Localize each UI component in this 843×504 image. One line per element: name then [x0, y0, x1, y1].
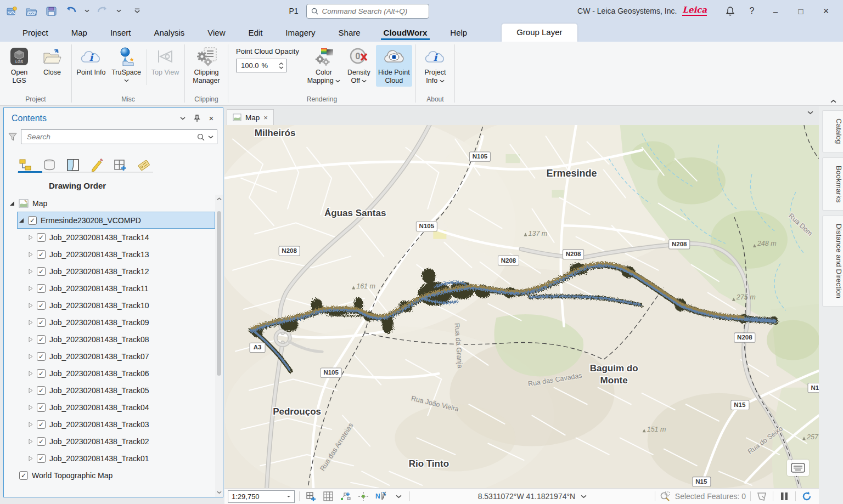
refresh-icon[interactable] [800, 490, 813, 502]
map-view-tab[interactable]: Map × [227, 109, 274, 125]
tab-distance-and-direction[interactable]: Distance and Direction [822, 216, 843, 307]
redo-dropdown-icon[interactable] [115, 5, 122, 16]
track-checkbox[interactable]: ✓ [37, 233, 46, 242]
tree-row-track[interactable]: ✓Job_202302081438_Track12 [4, 263, 215, 280]
track-checkbox[interactable]: ✓ [37, 420, 46, 429]
tab-imagery[interactable]: Imagery [274, 24, 327, 42]
tab-view[interactable]: View [196, 24, 237, 42]
tab-share[interactable]: Share [327, 24, 372, 42]
command-search-input[interactable] [322, 7, 424, 15]
scroll-up-icon[interactable] [217, 195, 222, 203]
track-checkbox[interactable]: ✓ [37, 284, 46, 293]
tab-cloudworx[interactable]: CloudWorx [372, 24, 439, 42]
grid-icon[interactable] [322, 490, 335, 502]
north-arrow-icon[interactable]: N [374, 490, 387, 502]
open-project-icon[interactable] [24, 4, 38, 18]
tree-row-track[interactable]: ✓Job_202302081438_Track11 [4, 280, 215, 297]
collapsed-icon[interactable] [29, 269, 33, 274]
spin-up-icon[interactable] [279, 63, 284, 65]
search-options-chevron-icon[interactable] [208, 135, 213, 139]
tree-row-track[interactable]: ✓Job_202302081438_Track08 [4, 331, 215, 348]
tab-list-chevron-icon[interactable] [807, 111, 813, 115]
save-project-icon[interactable] [44, 4, 58, 18]
tree-row-track[interactable]: ✓Job_202302081438_Track10 [4, 297, 215, 314]
layer-checkbox[interactable]: ✓ [28, 216, 37, 225]
close-button[interactable]: × [813, 2, 839, 20]
group-label-about[interactable]: About [416, 95, 454, 105]
view-selection-icon[interactable] [65, 157, 81, 173]
tab-bookmarks[interactable]: Bookmarks [822, 157, 843, 211]
collapsed-icon[interactable] [29, 252, 33, 257]
view-standalone-tables-icon[interactable] [113, 157, 128, 173]
tree-row-track[interactable]: ✓Job_202302081438_Track14 [4, 229, 215, 246]
track-checkbox[interactable]: ✓ [37, 386, 46, 395]
select-by-polygon-icon[interactable] [755, 490, 768, 502]
tree-row-track[interactable]: ✓Job_202302081438_Track03 [4, 416, 215, 433]
track-checkbox[interactable]: ✓ [37, 454, 46, 463]
open-lgs-button[interactable]: LGS Open LGS [3, 45, 35, 87]
top-view-button[interactable]: Top View [149, 45, 181, 78]
basemap-checkbox[interactable]: ✓ [19, 471, 28, 480]
tab-project[interactable]: Project [11, 24, 60, 42]
density-off-button[interactable]: 0 Density Off [343, 45, 375, 87]
view-editing-icon[interactable] [89, 157, 104, 173]
tab-catalog[interactable]: Catalog [822, 110, 843, 152]
pane-menu-chevron-icon[interactable] [176, 112, 190, 125]
tab-map[interactable]: Map [60, 24, 99, 42]
point-info-button[interactable]: i Point Info [75, 45, 107, 78]
group-label-project[interactable]: Project [0, 95, 71, 105]
track-checkbox[interactable]: ✓ [37, 301, 46, 310]
minimize-button[interactable]: – [763, 2, 788, 20]
tab-analysis[interactable]: Analysis [142, 24, 196, 42]
tab-group-layer[interactable]: Group Layer [502, 24, 577, 42]
scroll-down-icon[interactable] [217, 488, 222, 497]
track-checkbox[interactable]: ✓ [37, 267, 46, 276]
tree-row-track[interactable]: ✓Job_202302081438_Track06 [4, 365, 215, 382]
collapsed-icon[interactable] [29, 320, 33, 325]
close-pane-icon[interactable]: × [204, 112, 218, 125]
contents-search[interactable] [21, 129, 217, 144]
scrollbar-thumb[interactable] [217, 211, 221, 376]
close-map-tab-icon[interactable]: × [263, 114, 268, 122]
track-checkbox[interactable]: ✓ [37, 318, 46, 327]
collapsed-icon[interactable] [29, 371, 33, 376]
close-lgs-button[interactable]: Close [36, 45, 68, 78]
new-project-icon[interactable] [4, 4, 19, 18]
collapsed-icon[interactable] [29, 235, 33, 240]
track-checkbox[interactable]: ✓ [37, 369, 46, 378]
collapsed-icon[interactable] [29, 456, 33, 461]
coordinates-chevron-icon[interactable] [581, 495, 587, 499]
color-mapping-button[interactable]: Color Mapping [306, 45, 342, 87]
view-data-source-icon[interactable] [42, 157, 57, 173]
tree-row-layer-selected[interactable]: ✓ Ermesinde230208_VCOMPD [17, 212, 215, 229]
spin-down-icon[interactable] [279, 66, 284, 69]
keyboard-shortcuts-button[interactable] [787, 460, 809, 476]
new-map-grid-icon[interactable] [304, 490, 317, 502]
view-drawing-order-icon[interactable] [18, 157, 33, 173]
contents-search-input[interactable] [27, 133, 194, 141]
tree-row-track[interactable]: ✓Job_202302081438_Track07 [4, 348, 215, 365]
expanded-icon[interactable] [19, 218, 24, 223]
help-icon[interactable]: ? [741, 3, 763, 19]
collapsed-icon[interactable] [29, 337, 33, 342]
track-checkbox[interactable]: ✓ [37, 352, 46, 361]
view-labeling-icon[interactable] [136, 157, 151, 173]
notifications-bell-icon[interactable] [719, 3, 741, 19]
collapsed-icon[interactable] [29, 286, 33, 291]
tree-row-track[interactable]: ✓Job_202302081438_Track09 [4, 314, 215, 331]
map-canvas[interactable]: 137 m 161 m 248 m 275 m 151 m 257 m [224, 125, 819, 488]
track-checkbox[interactable]: ✓ [37, 437, 46, 446]
redo-icon[interactable] [95, 4, 110, 18]
track-checkbox[interactable]: ✓ [37, 250, 46, 259]
edit-vertices-icon[interactable] [339, 490, 352, 502]
tree-row-basemap[interactable]: ✓World Topographic Map [4, 467, 215, 484]
command-search[interactable] [306, 4, 429, 19]
collapsed-icon[interactable] [29, 354, 33, 359]
pin-icon[interactable] [190, 112, 204, 125]
tab-insert[interactable]: Insert [99, 24, 143, 42]
tree-row-track[interactable]: ✓Job_202302081438_Track13 [4, 246, 215, 263]
group-label-rendering[interactable]: Rendering [228, 95, 415, 105]
collapsed-icon[interactable] [29, 405, 33, 410]
tree-row-track[interactable]: ✓Job_202302081438_Track05 [4, 382, 215, 399]
truspace-button[interactable]: TruSpace [108, 45, 144, 84]
